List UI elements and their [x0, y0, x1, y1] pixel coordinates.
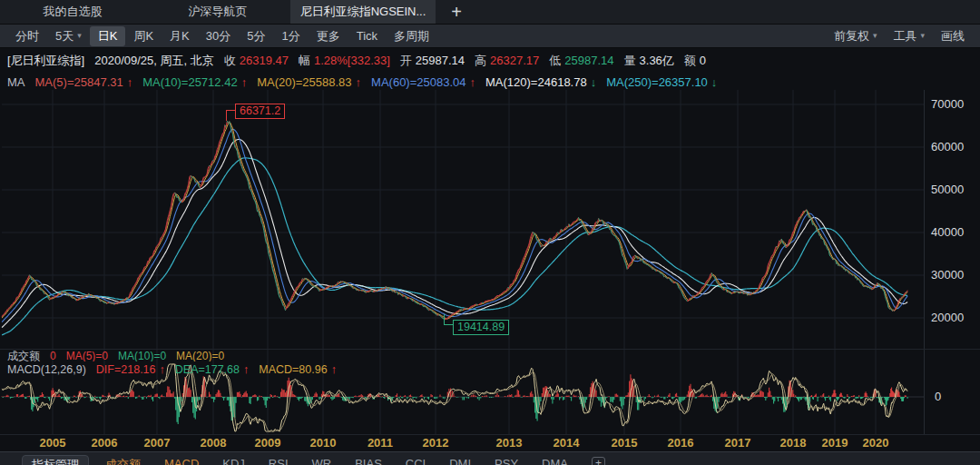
indicator-tab-BIAS[interactable]: BIAS: [355, 455, 382, 465]
toolbar-button-前复权[interactable]: 前复权▾: [826, 26, 886, 46]
toolbar-button-label: 5分: [247, 28, 265, 45]
year-tick-label: 2006: [82, 436, 127, 450]
period-buttons: 分时5天▾日K周K月K30分5分1分更多Tick多周期: [7, 26, 437, 46]
down-arrow-icon: ↓: [591, 75, 597, 89]
quote-segment: 成交额: [7, 350, 40, 361]
year-tick-label: 2008: [191, 436, 236, 450]
indicator-tab-KDJ[interactable]: KDJ: [222, 455, 245, 465]
chart-tab-2[interactable]: 尼日利亚综指NGSEIN...: [290, 0, 436, 24]
year-tick-label: 2012: [413, 436, 458, 450]
quote-segment: 低25987.14: [549, 53, 613, 69]
quote-segment: DEA=177.68↑: [175, 363, 249, 376]
quote-segment: MA(60)=25083.04↑: [371, 75, 475, 89]
toolbar-button-label: Tick: [357, 29, 377, 43]
quote-segment: MA(20)=25588.83↑: [257, 75, 361, 89]
indicator-tab-成交额[interactable]: 成交额: [105, 455, 141, 465]
add-tab-button[interactable]: +: [436, 0, 477, 24]
indicator-tab-RSI[interactable]: RSI: [269, 455, 289, 465]
quote-segment: MA(10)=0: [118, 350, 166, 361]
quote-field-value: [尼日利亚综指]: [7, 53, 84, 69]
toolbar-button-label: 更多: [317, 28, 340, 45]
indicator-prefix: MA: [7, 75, 25, 89]
indicator-tab-WR[interactable]: WR: [312, 455, 332, 465]
up-arrow-icon: ↑: [160, 363, 165, 376]
quote-field-label: 额: [684, 53, 696, 69]
toolbar-button-label: 画线: [941, 28, 965, 45]
toolbar-button-5天[interactable]: 5天▾: [47, 26, 90, 46]
indicator-manage-button[interactable]: 指标管理: [22, 455, 89, 465]
toolbar-button-多周期[interactable]: 多周期: [386, 26, 437, 46]
year-tick-label: 2010: [300, 436, 346, 450]
year-tick-label: 2009: [245, 436, 290, 450]
quote-field-value: MACD=80.96: [259, 363, 327, 376]
quote-segment: MACD(12,26,9): [7, 363, 86, 376]
quote-field-value: 成交额: [7, 350, 40, 361]
toolbar-button-工具[interactable]: 工具▾: [885, 26, 933, 46]
quote-field-value: MA(10)=0: [118, 350, 166, 361]
quote-segment: [尼日利亚综指]: [7, 53, 84, 69]
toolbar-button-周K[interactable]: 周K: [125, 26, 162, 46]
kline-chart[interactable]: [0, 90, 980, 451]
price-tick-label: 70000: [931, 96, 978, 113]
quote-segment: MACD=80.96↑: [259, 363, 337, 376]
quote-segment: MA(120)=24618.78↓: [485, 75, 596, 89]
indicator-tab-DMI[interactable]: DMI: [449, 455, 471, 465]
quote-field-value: MA(20)=0: [176, 350, 224, 361]
year-tick-label: 2014: [544, 436, 589, 450]
quote-segment: 开25987.14: [400, 53, 465, 69]
quote-field-label: 低: [549, 53, 561, 69]
up-arrow-icon: ↑: [241, 75, 248, 89]
toolbar-button-5分[interactable]: 5分: [239, 26, 273, 46]
add-indicator-button[interactable]: +: [592, 457, 605, 465]
up-arrow-icon: ↑: [470, 75, 476, 89]
toolbar-button-1分[interactable]: 1分: [273, 26, 308, 46]
toolbar-button-日K[interactable]: 日K: [90, 26, 126, 46]
indicator-tab-CCI[interactable]: CCI: [406, 455, 426, 465]
ma-indicator-bar: MAMA(5)=25847.31↑MA(10)=25712.42↑MA(20)=…: [7, 74, 727, 89]
toolbar-button-label: 分时: [15, 28, 39, 45]
chart-tab-0[interactable]: 我的自选股: [0, 0, 145, 24]
indicator-tab-MACD[interactable]: MACD: [164, 455, 199, 465]
quote-field-value: MA(120)=24618.78: [485, 75, 587, 89]
quote-segment: MA(10)=25712.42↑: [142, 75, 247, 89]
quote-field-value: 1.28%[332.33]: [314, 54, 390, 67]
quote-field-value: MA(5)=0: [66, 350, 108, 361]
toolbar-button-画线[interactable]: 画线: [933, 26, 973, 46]
quote-field-value: 3.36亿: [640, 53, 674, 69]
toolbar-button-月K[interactable]: 月K: [162, 26, 198, 46]
quote-segment: MA(20)=0: [176, 350, 224, 361]
quote-segment: MA(5)=25847.31↑: [35, 75, 133, 89]
quote-field-value: 0: [700, 54, 706, 67]
down-arrow-icon: ↓: [711, 75, 718, 89]
toolbar-button-Tick[interactable]: Tick: [348, 27, 386, 45]
quote-field-value: 0: [50, 350, 56, 361]
year-tick-label: 2011: [358, 436, 403, 450]
price-tick-label: 20000: [931, 310, 978, 326]
toolbar-button-30分[interactable]: 30分: [198, 26, 239, 46]
quote-segment: 幅1.28%[332.33]: [299, 53, 390, 69]
price-tick-label: 60000: [931, 139, 978, 155]
chart-tab-1[interactable]: 沪深导航页: [145, 0, 290, 24]
indicator-tab-PSY[interactable]: PSY: [495, 455, 518, 465]
year-tick-label: 2016: [658, 436, 703, 450]
quote-field-label: 量: [624, 53, 636, 69]
quote-segment: 收26319.47: [224, 53, 289, 69]
quote-segment: 高26327.17: [475, 53, 539, 69]
quote-field-label: 幅: [299, 53, 310, 69]
period-toolbar: 分时5天▾日K周K月K30分5分1分更多Tick多周期 前复权▾工具▾画线: [0, 25, 980, 48]
quote-segment: 2020/09/25, 周五, 北京: [94, 53, 214, 69]
toolbar-button-label: 30分: [206, 28, 230, 45]
quote-field-label: 高: [475, 53, 486, 69]
tab-bar: 我的自选股沪深导航页尼日利亚综指NGSEIN...+: [0, 0, 980, 25]
macd-zero-label: 0: [935, 390, 941, 403]
price-tick-label: 50000: [931, 182, 978, 198]
quote-field-value: DEA=177.68: [175, 363, 240, 376]
year-tick-label: 2017: [715, 436, 760, 450]
toolbar-right-buttons: 前复权▾工具▾画线: [826, 26, 973, 46]
quote-segment: MA(250)=26357.10↓: [606, 75, 717, 89]
toolbar-button-分时[interactable]: 分时: [7, 26, 47, 46]
indicator-tab-DMA[interactable]: DMA: [542, 455, 568, 465]
up-arrow-icon: ↑: [331, 363, 337, 376]
year-tick-label: 2013: [486, 436, 532, 450]
toolbar-button-更多[interactable]: 更多: [309, 26, 348, 46]
